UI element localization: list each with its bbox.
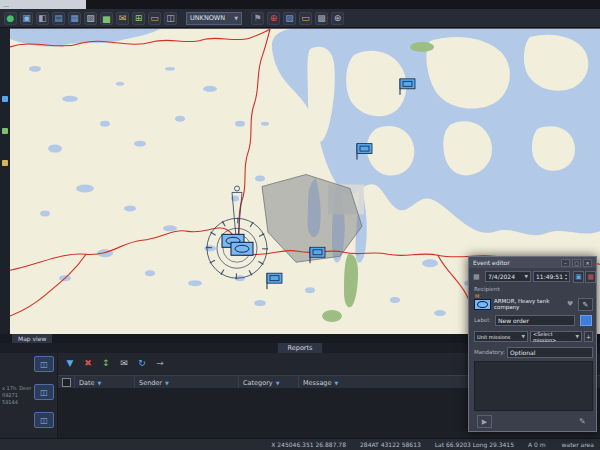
chevron-down-icon: ▼: [234, 15, 238, 21]
panel-toggle-legend[interactable]: [2, 128, 8, 134]
save-button[interactable]: ▣: [573, 271, 584, 283]
date-picker[interactable]: 7/4/2024 ▼: [485, 271, 531, 282]
mandatory-input[interactable]: Optional: [507, 347, 593, 358]
terrain-type-readout: water area: [562, 441, 594, 448]
status-item: 284AT 43122 58613: [360, 441, 421, 448]
chevron-down-icon: ▼: [522, 334, 525, 339]
os-titlebar: …: [0, 0, 600, 9]
main-toolbar: ● ▣ ◧ ▤ ▦ ▧ ▅ ✉ ⊞ ▭ ◫ UNKNOWN: [0, 9, 600, 28]
order-text-area[interactable]: [474, 361, 593, 411]
report-shortcut-3[interactable]: ◫: [34, 412, 54, 428]
overlay-icon[interactable]: ▨: [283, 12, 296, 25]
dialog-title: Event editor: [473, 259, 510, 266]
layers-icon[interactable]: ▧: [84, 12, 97, 25]
archive-icon[interactable]: ▭: [299, 12, 312, 25]
filter-icon[interactable]: ▼: [335, 380, 339, 386]
window-control-button[interactable]: –: [561, 259, 570, 267]
export-icon[interactable]: →: [154, 357, 166, 369]
grid-icon[interactable]: ▤: [52, 12, 65, 25]
side-caption: x 17h. Deer09271 59144: [2, 385, 32, 406]
time-spinner[interactable]: ▴▾: [565, 273, 567, 280]
statusbar: X 245046.351 26.887.78284AT 43122 58613L…: [0, 438, 600, 450]
event-editor-titlebar[interactable]: Event editor –▢✕: [469, 257, 596, 268]
filter-icon[interactable]: ▼: [276, 380, 280, 386]
report-icon[interactable]: ◫: [164, 12, 177, 25]
time-field[interactable]: 11:49:51 ▴▾: [533, 271, 570, 282]
matrix-icon[interactable]: ▩: [315, 12, 328, 25]
status-item: A 0 m: [528, 441, 546, 448]
status-item: X 245046.351 26.887.78: [271, 441, 346, 448]
label-label: Label:: [474, 317, 491, 323]
filter-icon[interactable]: ▼: [165, 380, 169, 386]
map-icon[interactable]: ⊞: [132, 12, 145, 25]
tab-map-view[interactable]: Map view: [12, 334, 52, 343]
flag-icon[interactable]: ⚑: [251, 12, 264, 25]
mission-group-select[interactable]: Unit missions ▼: [474, 331, 528, 342]
add-mission-button[interactable]: +: [584, 331, 593, 342]
target-icon[interactable]: ⊕: [267, 12, 280, 25]
settings-icon[interactable]: ⊛: [331, 12, 344, 25]
tab-reports[interactable]: Reports: [278, 343, 323, 353]
chevron-down-icon: ▼: [525, 274, 528, 279]
panel-toggle-layers[interactable]: [2, 96, 8, 102]
mail-icon[interactable]: ✉: [118, 357, 130, 369]
event-editor-window: Event editor –▢✕ ▦ 7/4/2024 ▼ 11:49:51 ▴…: [468, 256, 597, 432]
play-button[interactable]: ▶: [477, 415, 492, 428]
calendar-icon: ▦: [473, 273, 480, 281]
window-controls: –▢✕: [561, 259, 592, 267]
label-input[interactable]: New order: [495, 315, 575, 326]
filter-icon[interactable]: ▼: [64, 357, 76, 369]
coordinate-readouts: X 245046.351 26.887.78284AT 43122 58613L…: [271, 441, 545, 448]
record-icon[interactable]: ●: [4, 12, 17, 25]
mandatory-label: Mandatory:: [474, 349, 505, 355]
window-control-button[interactable]: ✕: [583, 259, 592, 267]
delete-icon[interactable]: ✖: [82, 357, 94, 369]
app-window: … ● ▣ ◧ ▤ ▦ ▧ ▅ ✉ ⊞ ▭: [0, 0, 600, 450]
affiliation-combo[interactable]: UNKNOWN ▼: [186, 12, 242, 25]
report-shortcut-2[interactable]: ◫: [34, 384, 54, 400]
filter-icon[interactable]: ▼: [98, 380, 102, 386]
reports-side-rail: ◫ ◫ ◫ x 17h. Deer09271 59144: [0, 353, 58, 438]
window-title-fragment: …: [0, 0, 86, 9]
left-dock-rail: [0, 28, 10, 334]
report-shortcut-1[interactable]: ◫: [34, 356, 54, 372]
move-up-down-icon[interactable]: ↕: [100, 357, 112, 369]
resize-edit-icon[interactable]: ✎: [579, 417, 586, 426]
send-button[interactable]: ▦: [585, 271, 596, 283]
mail-icon[interactable]: ✉: [116, 12, 129, 25]
edit-recipient-button[interactable]: ✎: [578, 298, 593, 311]
status-item: Lat 66.9203 Long 29.3415: [435, 441, 514, 448]
refresh-icon[interactable]: ↻: [136, 357, 148, 369]
unit-icon: [474, 299, 491, 310]
speaker-icon[interactable]: ◧: [36, 12, 49, 25]
recipient-name: ARMOR, Heavy tank company: [494, 298, 562, 310]
table-icon[interactable]: ▦: [68, 12, 81, 25]
display-icon[interactable]: ▣: [20, 12, 33, 25]
chart-icon[interactable]: ▅: [100, 12, 113, 25]
folder-icon[interactable]: ▭: [148, 12, 161, 25]
chevron-down-icon: ▼: [576, 334, 579, 339]
favorite-heart-icon[interactable]: ♥: [567, 300, 573, 308]
window-control-button[interactable]: ▢: [572, 259, 581, 267]
mission-select[interactable]: <Select mission> ▼: [530, 331, 582, 342]
select-all-checkbox[interactable]: [62, 378, 71, 387]
color-swatch-button[interactable]: [580, 315, 592, 326]
panel-toggle-tools[interactable]: [2, 160, 8, 166]
recipient-label: Recipient: [474, 286, 500, 292]
